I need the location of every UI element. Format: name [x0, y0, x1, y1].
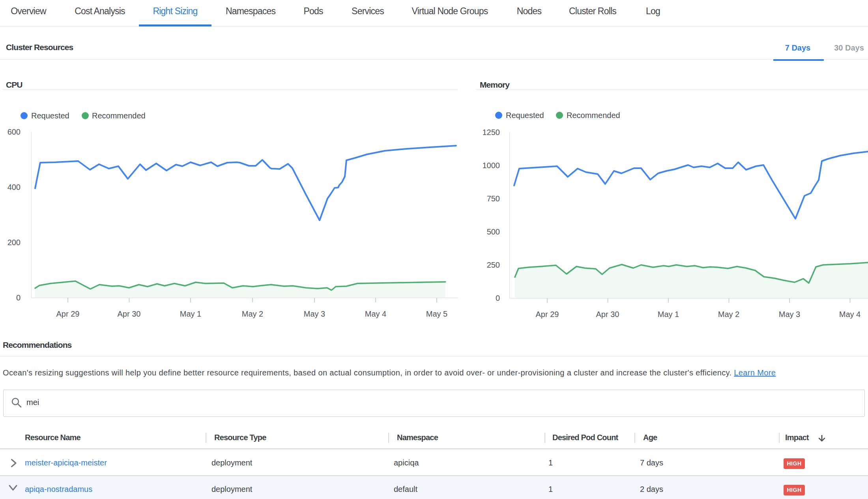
svg-text:Apr 29: Apr 29 — [536, 310, 559, 319]
svg-text:May 3: May 3 — [779, 310, 800, 319]
svg-text:400: 400 — [7, 183, 21, 191]
svg-text:1000: 1000 — [483, 161, 500, 170]
svg-text:0: 0 — [16, 293, 21, 302]
svg-text:May 5: May 5 — [426, 310, 447, 318]
svg-text:May 2: May 2 — [242, 310, 263, 318]
svg-text:May 3: May 3 — [304, 310, 325, 318]
svg-text:May 1: May 1 — [658, 310, 679, 319]
svg-text:500: 500 — [487, 227, 500, 236]
svg-text:600: 600 — [7, 128, 21, 136]
svg-text:May 1: May 1 — [180, 310, 201, 318]
svg-text:Apr 30: Apr 30 — [118, 310, 141, 318]
svg-text:0: 0 — [496, 294, 500, 302]
svg-text:1250: 1250 — [483, 128, 500, 137]
svg-text:May 4: May 4 — [365, 310, 386, 318]
svg-text:Apr 30: Apr 30 — [596, 310, 619, 319]
svg-text:Apr 29: Apr 29 — [56, 310, 80, 318]
svg-text:May 4: May 4 — [839, 310, 861, 319]
svg-text:200: 200 — [7, 238, 21, 247]
svg-text:250: 250 — [487, 261, 500, 269]
svg-text:750: 750 — [487, 194, 500, 203]
svg-text:May 2: May 2 — [718, 310, 739, 319]
